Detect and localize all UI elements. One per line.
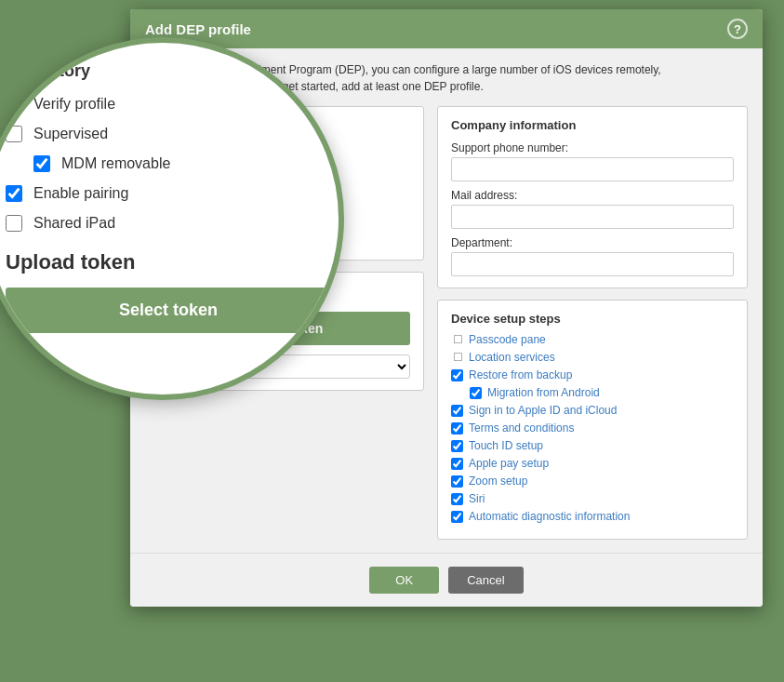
- diagnostics-link[interactable]: Automatic diagnostic information: [469, 510, 630, 523]
- apple-id-item: Sign in to Apple ID and iCloud: [451, 404, 734, 417]
- mag-mdm-removable-item: MDM removable: [33, 155, 331, 172]
- zoom-setup-checkbox[interactable]: [451, 475, 463, 488]
- mag-supervised-label: Supervised: [33, 126, 108, 142]
- terms-conditions-item: Terms and conditions: [451, 421, 734, 435]
- ok-button[interactable]: OK: [369, 567, 439, 594]
- mag-verify-profile-checkbox[interactable]: [6, 96, 22, 113]
- terms-conditions-link[interactable]: Terms and conditions: [469, 421, 574, 435]
- apple-pay-link[interactable]: Apple pay setup: [469, 457, 549, 470]
- touch-id-checkbox[interactable]: [451, 440, 463, 452]
- right-column: Company information Support phone number…: [437, 106, 748, 540]
- mag-supervised-item: Supervised: [6, 126, 331, 142]
- mag-upload-title: Upload token: [6, 250, 331, 274]
- apple-id-link[interactable]: Sign in to Apple ID and iCloud: [469, 404, 617, 417]
- apple-id-checkbox[interactable]: [451, 405, 463, 417]
- email-label: Mail address:: [451, 189, 734, 202]
- migration-android-checkbox[interactable]: [470, 387, 482, 399]
- mag-shared-ipad-item: Shared iPad: [6, 215, 331, 232]
- department-label: Department:: [451, 236, 734, 249]
- setup-steps-section: Device setup steps ☐ Passcode pane ☐ Loc…: [437, 300, 748, 540]
- support-phone-input[interactable]: [451, 157, 734, 181]
- mag-mdm-removable-checkbox[interactable]: [33, 155, 50, 172]
- support-phone-label: Support phone number:: [451, 141, 734, 154]
- dialog-footer: OK Cancel: [130, 553, 763, 607]
- location-services-item: ☐ Location services: [451, 351, 734, 364]
- diagnostics-item: Automatic diagnostic information: [451, 510, 734, 523]
- company-info-title: Company information: [451, 118, 734, 132]
- mag-mandatory-title: Mandatory: [6, 61, 331, 81]
- zoom-setup-item: Zoom setup: [451, 475, 734, 488]
- help-button[interactable]: ?: [727, 19, 748, 39]
- dialog-title: Add DEP profile: [145, 21, 251, 37]
- email-input[interactable]: [451, 205, 734, 229]
- passcode-pane-link[interactable]: Passcode pane: [469, 333, 546, 346]
- mag-enable-pairing-checkbox[interactable]: [6, 185, 22, 202]
- migration-android-item: Migration from Android: [470, 386, 734, 399]
- location-services-link[interactable]: Location services: [469, 351, 555, 364]
- mag-verify-profile-label: Verify profile: [33, 96, 115, 113]
- apple-pay-item: Apple pay setup: [451, 457, 734, 470]
- apple-pay-checkbox[interactable]: [451, 458, 463, 470]
- department-input[interactable]: [451, 252, 734, 276]
- diagnostics-checkbox[interactable]: [451, 511, 463, 523]
- mag-supervised-checkbox[interactable]: [6, 126, 22, 142]
- mag-select-token-button[interactable]: Select token: [6, 288, 331, 333]
- company-info-section: Company information Support phone number…: [437, 106, 748, 288]
- migration-android-link[interactable]: Migration from Android: [487, 386, 600, 399]
- terms-conditions-checkbox[interactable]: [451, 422, 463, 435]
- touch-id-item: Touch ID setup: [451, 439, 734, 452]
- mag-enable-pairing-item: Enable pairing: [6, 185, 331, 202]
- mag-verify-profile-item: Verify profile: [6, 96, 331, 113]
- passcode-pane-item: ☐ Passcode pane: [451, 333, 734, 346]
- mag-mdm-removable-label: MDM removable: [61, 155, 170, 172]
- restore-backup-link[interactable]: Restore from backup: [469, 368, 572, 381]
- magnifier-content: Mandatory Verify profile Supervised MDM …: [6, 61, 331, 333]
- touch-id-link[interactable]: Touch ID setup: [469, 439, 543, 452]
- dialog-header: Add DEP profile ?: [130, 9, 763, 48]
- restore-backup-item: Restore from backup: [451, 368, 734, 381]
- siri-link[interactable]: Siri: [469, 492, 485, 505]
- zoom-setup-link[interactable]: Zoom setup: [469, 475, 527, 488]
- setup-steps-title: Device setup steps: [451, 312, 734, 326]
- siri-checkbox[interactable]: [451, 493, 463, 505]
- cancel-button[interactable]: Cancel: [448, 567, 523, 594]
- restore-backup-checkbox[interactable]: [451, 369, 463, 381]
- mag-shared-ipad-label: Shared iPad: [33, 215, 115, 232]
- mag-shared-ipad-checkbox[interactable]: [6, 215, 22, 232]
- siri-item: Siri: [451, 492, 734, 505]
- mag-enable-pairing-label: Enable pairing: [33, 185, 128, 202]
